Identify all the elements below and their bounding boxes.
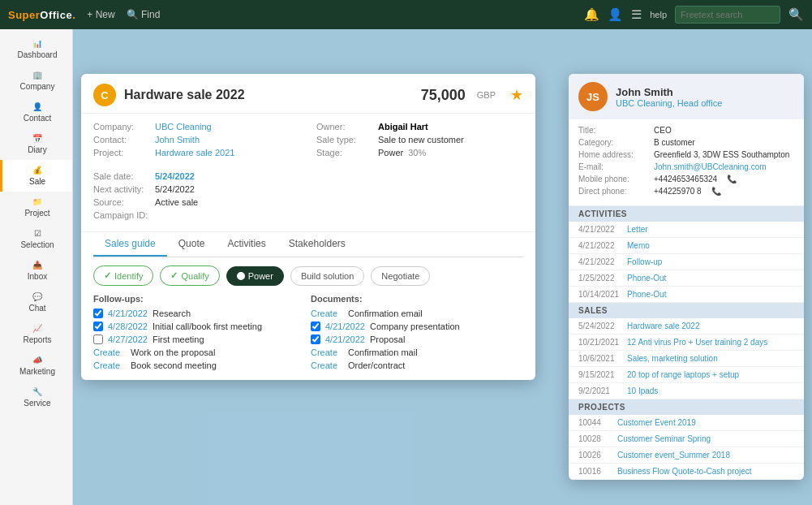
chat-icon: 💬 — [32, 292, 42, 301]
followup-date-1[interactable]: 4/28/2022 — [108, 322, 148, 331]
direct-phone-icon[interactable]: 📞 — [711, 187, 721, 196]
next-activity-field-row: Next activity: 5/24/2022 — [93, 184, 300, 194]
sales-name-0[interactable]: Hardware sale 2022 — [627, 322, 700, 330]
sales-name-3[interactable]: 20 top of range laptops + setup — [627, 370, 739, 379]
sales-date-2: 10/6/2021 — [578, 354, 619, 363]
followup-create-3[interactable]: Create — [93, 347, 126, 357]
project-name-0[interactable]: Customer Event 2019 — [617, 418, 696, 427]
project-link[interactable]: Hardware sale 2021 — [155, 148, 234, 158]
search-input[interactable] — [675, 6, 780, 24]
doc-date-1[interactable]: 4/21/2022 — [325, 322, 365, 331]
followup-check-1[interactable] — [93, 322, 103, 331]
sidebar-item-company[interactable]: 🏢 Company — [0, 65, 72, 97]
sale-date-field-row: Sale date: 5/24/2022 — [93, 171, 300, 181]
contact-company[interactable]: UBC Cleaning, Head office — [616, 98, 722, 108]
activity-item-3: 1/25/2022 Phone-Out — [569, 270, 804, 287]
followup-date-2[interactable]: 4/27/2022 — [108, 335, 148, 344]
address-value: Greenfield 3, 3DW ESS Southampton — [654, 150, 789, 159]
followup-text-1: Initial call/book first meeting — [153, 322, 262, 331]
sale-modal-title: Hardware sale 2022 — [124, 88, 413, 102]
stage-power[interactable]: Power — [226, 266, 284, 286]
menu-icon[interactable]: ☰ — [631, 7, 642, 22]
stage-value: Power — [378, 148, 403, 158]
stage-negotiate-label: Negotiate — [381, 271, 419, 281]
sidebar-item-sale[interactable]: 💰 Sale — [0, 160, 72, 192]
followup-date-0[interactable]: 4/21/2022 — [108, 309, 148, 318]
doc-create-3[interactable]: Create — [311, 347, 343, 357]
tab-quote[interactable]: Quote — [167, 232, 217, 257]
doc-text-2: Proposal — [370, 335, 405, 344]
sidebar-item-service[interactable]: 🔧 Service — [0, 382, 72, 413]
tab-stakeholders[interactable]: Stakeholders — [277, 232, 357, 257]
contact-panel: JS John Smith UBC Cleaning, Head office … — [569, 74, 804, 480]
search-icon[interactable]: 🔍 — [788, 7, 804, 22]
activity-type-2[interactable]: Follow-up — [627, 257, 662, 266]
sidebar-item-inbox[interactable]: 📥 Inbox — [0, 255, 72, 287]
projects-header: PROJECTS — [569, 399, 804, 415]
tab-sales-guide[interactable]: Sales guide — [93, 232, 167, 257]
tab-activities[interactable]: Activities — [216, 232, 277, 257]
project-name-2[interactable]: Customer event_Summer 2018 — [617, 451, 730, 460]
sidebar-item-marketing[interactable]: 📣 Marketing — [0, 350, 72, 382]
sidebar-item-selection[interactable]: ☑ Selection — [0, 223, 72, 255]
sale-type-value: Sale to new customer — [378, 135, 464, 145]
stage-negotiate[interactable]: Negotiate — [371, 266, 430, 286]
contact-link[interactable]: John Smith — [155, 135, 200, 145]
sidebar-item-project[interactable]: 📁 Project — [0, 192, 72, 223]
owner-label: Owner: — [316, 122, 373, 132]
sidebar-label-project: Project — [24, 209, 49, 218]
contact-avatar: JS — [578, 82, 608, 111]
sidebar-item-chat[interactable]: 💬 Chat — [0, 287, 72, 318]
activity-type-0[interactable]: Letter — [627, 225, 648, 234]
new-button[interactable]: + New — [87, 9, 114, 20]
mobile-value: +4424653465324 — [654, 175, 717, 183]
followups-column: Follow-ups: 4/21/2022 Research 4/28/2022… — [93, 294, 306, 372]
project-name-3[interactable]: Business Flow Quote-to-Cash project — [617, 467, 752, 476]
company-link[interactable]: UBC Cleaning — [155, 122, 212, 132]
reports-icon: 📈 — [32, 324, 42, 333]
followup-check-0[interactable] — [93, 309, 103, 318]
sales-date-3: 9/15/2021 — [578, 370, 619, 379]
sales-name-1[interactable]: 12 Anti virus Pro + User training 2 days — [627, 338, 767, 347]
doc-text-3: Confirmation mail — [348, 347, 418, 357]
project-icon: 📁 — [32, 197, 42, 206]
find-button[interactable]: 🔍 Find — [127, 9, 161, 20]
doc-check-1[interactable] — [311, 322, 320, 331]
activity-type-1[interactable]: Memo — [627, 241, 650, 250]
stage-field-row: Stage: Power 30% — [316, 148, 523, 158]
user-icon[interactable]: 👤 — [608, 7, 623, 22]
followup-create-4[interactable]: Create — [93, 360, 126, 370]
doc-check-2[interactable] — [311, 335, 320, 344]
sales-item-4: 9/2/2021 10 Ipads — [569, 383, 804, 399]
activity-type-4[interactable]: Phone-Out — [627, 290, 666, 299]
sales-name-2[interactable]: Sales, marketing solution — [627, 354, 718, 363]
activity-date-3: 1/25/2022 — [578, 274, 619, 283]
doc-create-4[interactable]: Create — [311, 360, 343, 370]
activity-type-3[interactable]: Phone-Out — [627, 274, 666, 283]
sidebar-item-dashboard[interactable]: 📊 Dashboard — [0, 33, 72, 65]
followup-text-2: First meeting — [153, 335, 204, 344]
sales-header: SALES — [569, 303, 804, 318]
stage-identify[interactable]: ✓ Identify — [93, 265, 153, 286]
project-name-1[interactable]: Customer Seminar Spring — [617, 434, 711, 443]
doc-row-0: Create Confirmation email — [311, 307, 523, 320]
email-value[interactable]: John.smith@UBCcleaning.com — [654, 162, 767, 171]
doc-create-0[interactable]: Create — [311, 309, 343, 318]
sales-name-4[interactable]: 10 Ipads — [627, 386, 658, 395]
stage-qualify[interactable]: ✓ Qualify — [160, 265, 219, 286]
sales-date-0: 5/24/2022 — [578, 322, 619, 330]
help-label[interactable]: help — [650, 10, 667, 19]
sidebar-item-reports[interactable]: 📈 Reports — [0, 318, 72, 350]
bell-icon[interactable]: 🔔 — [584, 7, 599, 22]
mobile-phone-icon[interactable]: 📞 — [727, 175, 737, 183]
stage-build-solution[interactable]: Build solution — [290, 266, 364, 286]
doc-date-2[interactable]: 4/21/2022 — [325, 335, 365, 344]
followup-check-2[interactable] — [93, 335, 103, 344]
activity-date-0: 4/21/2022 — [578, 225, 619, 234]
sale-star[interactable]: ★ — [510, 86, 523, 104]
project-id-3: 10016 — [578, 467, 609, 476]
sidebar-item-contact[interactable]: 👤 Contact — [0, 97, 72, 128]
contact-field-row: Contact: John Smith — [93, 135, 300, 145]
activity-date-1: 4/21/2022 — [578, 241, 619, 250]
sidebar-item-diary[interactable]: 📅 Diary — [0, 128, 72, 160]
